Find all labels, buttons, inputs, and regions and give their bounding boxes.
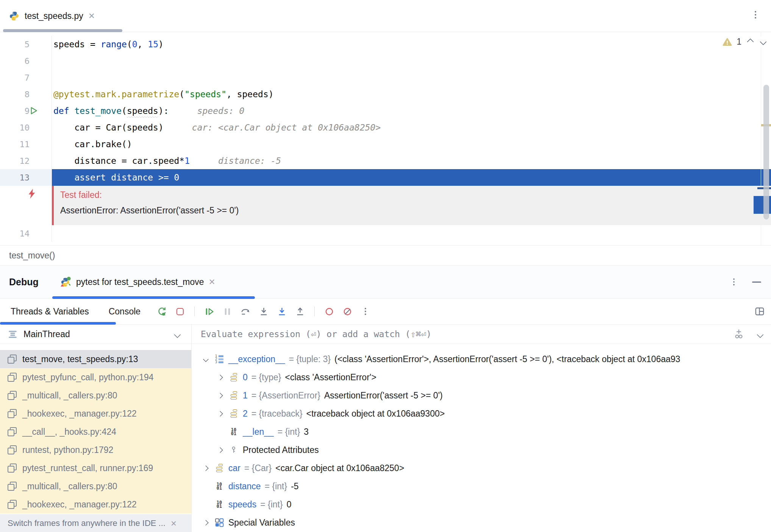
step-into-icon[interactable] (258, 306, 269, 317)
step-over-icon[interactable] (240, 306, 251, 317)
stack-frame-item[interactable]: _hookexec, _manager.py:122 (0, 495, 191, 513)
view-breakpoints-icon[interactable] (324, 306, 334, 317)
chevron-right-icon[interactable] (217, 447, 223, 453)
chevron-right-icon[interactable] (217, 411, 223, 417)
chevron-down-icon[interactable] (757, 331, 763, 338)
variable-name: 0 (243, 372, 248, 383)
code-line[interactable]: 6 (0, 53, 771, 69)
kebab-menu-icon[interactable] (751, 10, 760, 20)
code-line[interactable]: 9def test_move(speeds):speeds: 0 (0, 103, 771, 119)
debug-run-tab[interactable]: pytest for test_speeds.test_move × (60, 266, 215, 298)
variable-name: 1 (243, 390, 248, 401)
minimize-icon[interactable] (752, 282, 761, 283)
layout-icon[interactable] (754, 306, 765, 318)
code-token: 15 (148, 39, 158, 49)
code-line[interactable]: 12 distance = car.speed*1distance: -5 (0, 152, 771, 169)
tree-chevron[interactable] (202, 521, 209, 525)
variables-tree: 123__exception__= {tuple: 3}(<class 'Ass… (192, 344, 771, 532)
variable-row[interactable]: 1= {AssertionError}AssertionError('asser… (192, 386, 771, 404)
stack-frame-item[interactable]: _multicall, _callers.py:80 (0, 386, 191, 404)
variable-row[interactable]: Protected Attributes (192, 441, 771, 459)
editor-gutter: 12 (0, 152, 52, 169)
instance-icon (231, 373, 237, 381)
resume-icon[interactable] (204, 306, 214, 317)
tuple-icon: 123 (215, 355, 223, 363)
run-test-icon[interactable] (29, 106, 38, 115)
tree-chevron[interactable] (216, 412, 224, 416)
variable-row[interactable]: 1001speeds= {int}0 (192, 495, 771, 513)
tab-console[interactable]: Console (109, 306, 140, 317)
stack-frame-item[interactable]: test_move, test_speeds.py:13 (0, 350, 191, 368)
python-icon (9, 11, 19, 21)
variable-value: <car.Car object at 0x106aa8250> (275, 463, 404, 473)
chevron-right-icon[interactable] (203, 465, 209, 471)
stack-frame-label: pytest_pyfunc_call, python.py:194 (22, 372, 154, 383)
mute-breakpoints-icon[interactable] (342, 306, 353, 317)
code-line[interactable]: 13 assert distance >= 0 (0, 169, 771, 186)
close-icon[interactable]: × (209, 277, 215, 287)
code-line[interactable]: 7 (0, 69, 771, 86)
more-icon[interactable] (360, 306, 371, 317)
stop-icon[interactable] (175, 306, 185, 317)
variable-row[interactable]: Special Variables (192, 513, 771, 532)
line-number: 12 (20, 156, 30, 166)
tree-chevron[interactable] (216, 394, 224, 398)
stack-frame-item[interactable]: __call__, _hooks.py:424 (0, 423, 191, 441)
code-line[interactable]: 10 car = Car(speeds)car: <car.Car object… (0, 119, 771, 136)
code-line[interactable]: 14 (0, 225, 771, 242)
evaluate-placeholder: Evaluate expression (⏎) or add a watch (… (201, 329, 431, 339)
tab-threads-variables[interactable]: Threads & Variables (11, 306, 89, 317)
editor-gutter: 13 (0, 169, 52, 186)
code-editor[interactable]: 1 5speeds = range(0, 15)678@pytest.mark.… (0, 32, 771, 245)
variable-row[interactable]: car= {Car}<car.Car object at 0x106aa8250… (192, 459, 771, 477)
tree-chevron[interactable] (202, 466, 209, 470)
close-icon[interactable]: × (89, 11, 95, 21)
tree-chevron[interactable] (216, 448, 224, 452)
banner-text: Switch frames from anywhere in the IDE .… (8, 518, 165, 528)
editor-scrollbar[interactable] (763, 85, 769, 219)
frames-panel: MainThread test_move, test_speeds.py:13p… (0, 325, 192, 532)
variable-row[interactable]: 2= {traceback}<traceback object at 0x106… (192, 404, 771, 423)
chevron-up-icon[interactable] (747, 38, 754, 45)
variable-row[interactable]: 0= {type}<class 'AssertionError'> (192, 368, 771, 386)
inspections-widget[interactable]: 1 (722, 37, 766, 47)
variable-type: = {traceback} (251, 409, 303, 419)
close-icon[interactable]: × (171, 518, 176, 528)
pause-icon[interactable] (222, 306, 233, 317)
inline-debugger-hint: distance: -5 (218, 156, 281, 166)
rerun-debug-icon[interactable] (156, 306, 167, 317)
step-out-icon[interactable] (295, 306, 305, 317)
kebab-menu-icon[interactable] (729, 277, 738, 287)
variable-row[interactable]: 123__exception__= {tuple: 3}(<class 'Ass… (192, 350, 771, 368)
tree-chevron[interactable] (202, 357, 209, 361)
stack-frame-item[interactable]: _multicall, _callers.py:80 (0, 477, 191, 495)
code-line[interactable]: 11 car.brake() (0, 136, 771, 152)
editor-gutter (0, 186, 52, 225)
force-step-into-icon[interactable] (276, 306, 287, 317)
variable-type-icon: 1001 (229, 427, 239, 437)
evaluate-expression-input[interactable]: Evaluate expression (⏎) or add a watch (… (192, 325, 771, 344)
instance-icon (231, 409, 237, 418)
chevron-down-icon[interactable] (760, 38, 766, 45)
stack-frame-item[interactable]: _hookexec, _manager.py:122 (0, 404, 191, 423)
variable-type-icon (229, 372, 239, 382)
chevron-right-icon[interactable] (217, 392, 223, 398)
thread-selector[interactable]: MainThread (0, 325, 191, 344)
chevron-down-icon[interactable] (203, 356, 209, 362)
variables-panel: Evaluate expression (⏎) or add a watch (… (192, 325, 771, 532)
editor-tab-test-speeds[interactable]: test_speeds.py × (0, 0, 101, 32)
code-line[interactable]: 8@pytest.mark.parametrize("speeds", spee… (0, 86, 771, 103)
stack-frame-item[interactable]: runtest, python.py:1792 (0, 441, 191, 459)
tree-chevron[interactable] (216, 375, 224, 380)
stack-frame-item[interactable]: pytest_pyfunc_call, python.py:194 (0, 368, 191, 386)
variable-row[interactable]: 1001distance= {int}-5 (192, 477, 771, 495)
stack-frame-item[interactable]: pytest_runtest_call, runner.py:169 (0, 459, 191, 477)
breadcrumb-item[interactable]: test_move() (9, 250, 55, 261)
chevron-right-icon[interactable] (203, 520, 209, 526)
chevron-right-icon[interactable] (217, 374, 223, 380)
variable-type-icon: 1001 (214, 481, 224, 491)
code-line[interactable]: 5speeds = range(0, 15) (0, 36, 771, 53)
add-watch-icon[interactable] (733, 328, 744, 342)
editor-gutter: 14 (0, 225, 52, 242)
variable-row[interactable]: 1001__len__= {int}3 (192, 423, 771, 441)
